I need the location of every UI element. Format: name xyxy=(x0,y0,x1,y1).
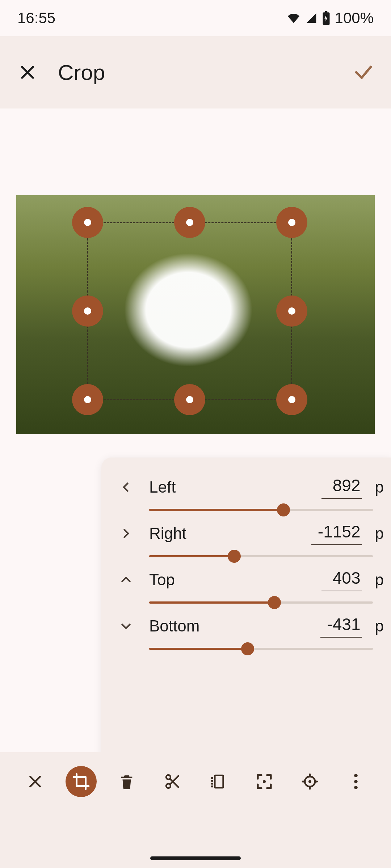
crop-handle-top-right[interactable] xyxy=(276,207,307,238)
crop-selection[interactable] xyxy=(88,222,292,400)
crop-row-left: Left 892 p xyxy=(116,476,384,518)
crop-left-label: Left xyxy=(149,478,308,496)
battery-icon xyxy=(322,11,331,25)
page-title: Crop xyxy=(58,60,333,85)
status-time: 16:55 xyxy=(17,9,55,27)
crop-top-value: 403 xyxy=(333,568,361,588)
crop-right-unit: p xyxy=(375,524,384,542)
crop-right-value: -1152 xyxy=(318,522,361,541)
crop-bottom-label: Bottom xyxy=(149,617,307,635)
crop-top-slider[interactable] xyxy=(149,594,373,611)
crop-handle-bottom-left[interactable] xyxy=(72,384,103,415)
crop-bottom-value: -431 xyxy=(327,614,360,634)
crop-top-unit: p xyxy=(375,571,384,589)
crop-handle-middle-left[interactable] xyxy=(72,295,103,327)
svg-point-5 xyxy=(308,780,311,783)
chevron-left-icon[interactable] xyxy=(116,481,136,494)
svg-rect-2 xyxy=(215,775,223,788)
toolbar-resize-button[interactable] xyxy=(203,766,234,797)
toolbar-cut-button[interactable] xyxy=(157,766,188,797)
chevron-up-icon[interactable] xyxy=(116,573,136,586)
app-bar: Crop xyxy=(0,36,391,109)
crop-left-value: 892 xyxy=(333,476,361,495)
svg-point-7 xyxy=(354,780,358,783)
svg-point-3 xyxy=(263,780,266,783)
crop-handle-top-left[interactable] xyxy=(72,207,103,238)
status-right: 100% xyxy=(286,9,374,27)
toolbar-close-button[interactable] xyxy=(20,766,51,797)
battery-label: 100% xyxy=(335,9,374,27)
crop-right-label: Right xyxy=(149,524,298,542)
crop-handle-bottom-center[interactable] xyxy=(174,384,205,415)
crop-left-input[interactable]: 892 xyxy=(321,476,362,499)
confirm-button[interactable] xyxy=(350,59,377,85)
toolbar-crop-button[interactable] xyxy=(66,766,97,797)
status-bar: 16:55 100% xyxy=(0,0,391,36)
crop-right-input[interactable]: -1152 xyxy=(311,522,362,545)
toolbar-fit-button[interactable] xyxy=(249,766,280,797)
close-button[interactable] xyxy=(14,59,41,85)
chevron-down-icon[interactable] xyxy=(116,620,136,633)
home-indicator[interactable] xyxy=(150,856,241,860)
crop-bottom-slider[interactable] xyxy=(149,641,373,657)
crop-handle-bottom-right[interactable] xyxy=(276,384,307,415)
toolbar-more-button[interactable] xyxy=(340,766,371,797)
crop-top-label: Top xyxy=(149,571,308,589)
crop-left-unit: p xyxy=(375,478,384,496)
crop-left-slider[interactable] xyxy=(149,502,373,518)
chevron-right-icon[interactable] xyxy=(116,527,136,540)
crop-handle-middle-right[interactable] xyxy=(276,295,307,327)
bottom-toolbar xyxy=(0,752,391,868)
crop-right-slider[interactable] xyxy=(149,548,373,565)
crop-row-bottom: Bottom -431 p xyxy=(116,614,384,657)
svg-point-8 xyxy=(354,786,358,790)
toolbar-center-button[interactable] xyxy=(294,766,325,797)
crop-bottom-input[interactable]: -431 xyxy=(320,614,362,638)
image-frame[interactable] xyxy=(16,195,375,434)
crop-row-right: Right -1152 p xyxy=(116,522,384,565)
crop-handle-top-center[interactable] xyxy=(174,207,205,238)
crop-bottom-unit: p xyxy=(375,617,384,635)
toolbar-delete-button[interactable] xyxy=(111,766,142,797)
svg-point-6 xyxy=(354,774,358,778)
crop-panel: Left 892 p Right -1152 p xyxy=(101,458,391,776)
wifi-icon xyxy=(286,12,301,24)
signal-icon xyxy=(305,12,318,24)
crop-row-top: Top 403 p xyxy=(116,568,384,611)
crop-top-input[interactable]: 403 xyxy=(321,568,362,591)
